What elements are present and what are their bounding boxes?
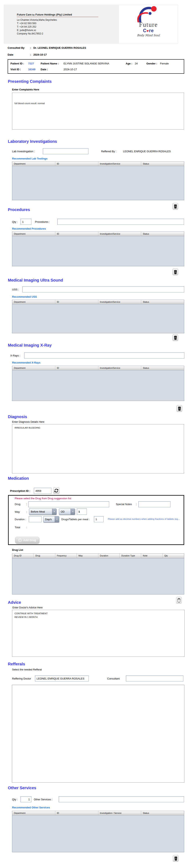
procedures-table-header: Department ID Investigation/Service Stat… bbox=[12, 232, 184, 236]
duration-input[interactable] bbox=[29, 516, 42, 522]
col-header-status: Status bbox=[141, 232, 184, 236]
lab-tests-table-header: Department ID Investigation/Service Stat… bbox=[12, 162, 184, 166]
meal-way-select[interactable]: Before Meal ▼ bbox=[29, 508, 57, 515]
svg-text:↻: ↻ bbox=[175, 271, 176, 273]
trash-icon: ↻ bbox=[174, 270, 177, 274]
uss-input[interactable] bbox=[22, 286, 184, 292]
col-header-department: Department bbox=[12, 811, 55, 815]
total-colon: : bbox=[26, 526, 27, 529]
procedures-delete-button[interactable]: ↻ bbox=[173, 269, 178, 275]
complaints-label: Enter Complaints Here bbox=[12, 88, 39, 91]
procedures-label: Procedures : bbox=[35, 220, 50, 223]
other-qty-input[interactable] bbox=[21, 796, 31, 802]
trash-outline-icon bbox=[177, 598, 181, 603]
procedures-qty-input[interactable] bbox=[21, 219, 31, 225]
chevron-down-icon: ▼ bbox=[71, 509, 75, 515]
advice-textarea[interactable]: CONTINUE WITH TREATMENT REVIEW IN 1 MONT… bbox=[12, 610, 185, 657]
other-services-input[interactable] bbox=[59, 796, 184, 802]
recommended-xrays-label: Recommended X-Rays bbox=[12, 361, 40, 364]
per-meal-input[interactable] bbox=[94, 516, 104, 522]
col-header-status: Status bbox=[141, 811, 184, 815]
procedures-input[interactable] bbox=[57, 219, 184, 225]
section-medication: Medication bbox=[8, 476, 29, 481]
total-label: Total bbox=[15, 526, 20, 529]
prescription-refresh-button[interactable] bbox=[53, 487, 60, 494]
col-header-department: Department bbox=[12, 232, 55, 236]
visit-date-label: Date : bbox=[41, 68, 48, 71]
decimal-note: Please add as decimal numbers when addin… bbox=[108, 518, 184, 520]
frequency-qty-input[interactable] bbox=[77, 508, 87, 515]
add-drug-button[interactable]: + Add Drug bbox=[15, 537, 39, 544]
company-address: Le Chainter,Victoria,Mahe,Seychelles bbox=[17, 18, 98, 22]
special-notes-colon: : bbox=[136, 503, 137, 506]
col-header-investigation: Investigation/Service bbox=[98, 300, 141, 304]
drug-input[interactable] bbox=[28, 501, 109, 507]
company-phone2: T: +24 84 225 252 bbox=[17, 25, 98, 29]
patient-gender-value: Female bbox=[160, 62, 169, 65]
lab-delete-button[interactable]: ↻ bbox=[173, 203, 178, 210]
plus-circle-icon: + bbox=[18, 538, 22, 542]
xray-input[interactable] bbox=[24, 352, 184, 359]
consultation-page: Future Care by Future Holdings (Pty) Lim… bbox=[0, 0, 187, 868]
other-services-delete-button[interactable]: ↻ bbox=[173, 855, 179, 862]
patient-name-label: Patient Name : bbox=[41, 62, 59, 65]
special-notes-label: Special Notes bbox=[116, 503, 132, 506]
reffering-doctor-input[interactable] bbox=[35, 676, 89, 682]
trash-icon: ↻ bbox=[178, 406, 181, 411]
way-label: Way bbox=[15, 510, 20, 513]
drug-colon: : bbox=[26, 503, 27, 506]
consulted-by-line: Consulted By: Dr. LEONEL ENRIQUE GUERRA … bbox=[8, 46, 86, 49]
section-advice: Advice bbox=[8, 600, 21, 605]
special-notes-input[interactable] bbox=[138, 501, 171, 507]
uss-table: Department ID Investigation/Service Stat… bbox=[12, 300, 184, 333]
prescription-id-input[interactable] bbox=[34, 488, 51, 494]
advice-delete-button[interactable] bbox=[176, 597, 182, 603]
other-services-table-header: Department ID Investigation / Service St… bbox=[12, 811, 184, 815]
col-header-duration-type: Duration Type bbox=[120, 554, 141, 558]
logo-wordmark-future: Future bbox=[139, 21, 158, 28]
col-header-status: Status bbox=[141, 162, 184, 166]
patient-age-label: Age : bbox=[126, 62, 132, 65]
chevron-down-icon: ▼ bbox=[52, 509, 56, 515]
section-other-services: Other Services bbox=[8, 786, 36, 790]
col-header-id: ID bbox=[55, 811, 98, 815]
col-header-frequency: Fequency bbox=[55, 554, 77, 558]
recommended-procedures-label: Recommended Procedures bbox=[12, 227, 46, 230]
company-number: Company No.8417652-2 bbox=[17, 32, 98, 35]
frequency-select[interactable]: OD ▼ bbox=[59, 508, 75, 515]
col-header-id: ID bbox=[55, 300, 98, 304]
other-qty-label: Qty : bbox=[12, 798, 17, 801]
trash-icon: ↻ bbox=[174, 204, 177, 209]
duration-unit-select[interactable]: Day/s ▼ bbox=[43, 516, 59, 522]
uss-label: USS : bbox=[12, 288, 19, 291]
refresh-icon bbox=[54, 488, 59, 493]
visit-id-value: 16349 bbox=[28, 68, 35, 71]
consultant-label: Consultant bbox=[107, 677, 120, 680]
drug-selection-alert: Please select the Drug from Drug suggess… bbox=[15, 497, 71, 500]
xray-delete-button[interactable]: ↻ bbox=[177, 405, 182, 412]
col-header-id: ID bbox=[55, 162, 98, 166]
referral-list[interactable] bbox=[12, 685, 184, 783]
visit-id-label: Visit ID : bbox=[10, 68, 21, 71]
way-colon: : bbox=[26, 510, 27, 513]
section-xray: Medical Imaging X-Ray bbox=[8, 343, 52, 348]
recommended-lab-testings-label: Recommended Lab Testings bbox=[12, 157, 47, 160]
col-header-status: Status bbox=[141, 300, 184, 304]
procedures-qty-label: Qty : bbox=[12, 220, 17, 223]
diagnosis-textarea[interactable]: IRREGULAR BLEEDING bbox=[12, 424, 184, 473]
uss-delete-button[interactable]: ↻ bbox=[173, 334, 178, 341]
heart-icon: ♥ bbox=[147, 29, 149, 33]
section-laboratory-investigations: Laboratory Investigations bbox=[8, 139, 57, 144]
col-header-id: ID bbox=[55, 232, 98, 236]
company-name: Future Care by Future Holdings (Pty) Lim… bbox=[17, 13, 98, 17]
xray-label: X-Rays : bbox=[10, 354, 20, 357]
consultant-input[interactable] bbox=[126, 676, 183, 682]
col-header-drug: Drug bbox=[34, 554, 55, 558]
col-header-duration: Duration bbox=[98, 554, 120, 558]
complaints-textarea[interactable]: full blood count result: normal bbox=[12, 93, 184, 129]
visit-date-value: 2024-10-17 bbox=[64, 68, 77, 71]
lab-investigation-label: Lab Investingation : bbox=[12, 150, 35, 153]
lab-investigation-input[interactable] bbox=[43, 148, 88, 154]
section-referrals: Refferals bbox=[8, 662, 25, 666]
recommended-uss-label: Recommended USS bbox=[12, 295, 37, 298]
